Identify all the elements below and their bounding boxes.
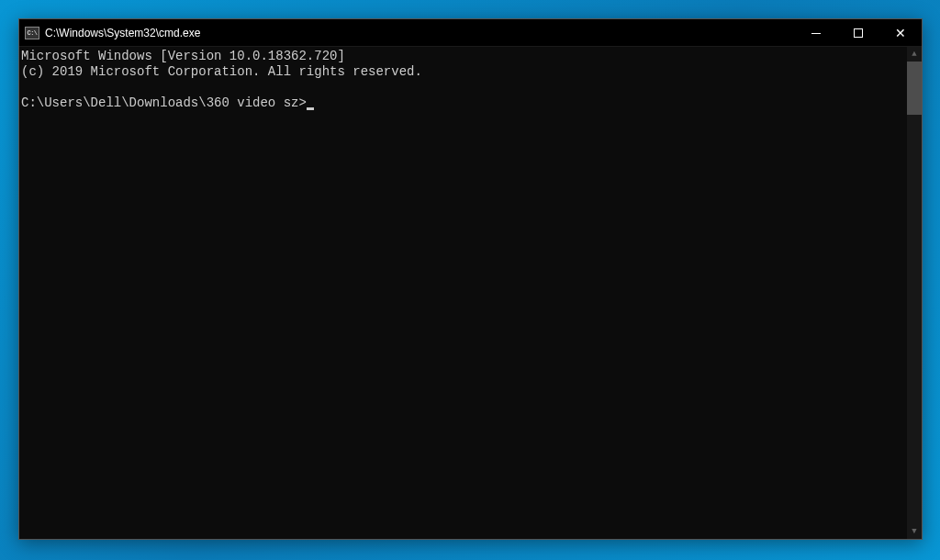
scroll-down-arrow[interactable]: ▼ (907, 524, 922, 539)
cursor (307, 107, 314, 110)
titlebar[interactable]: C:\ C:\Windows\System32\cmd.exe ✕ (19, 19, 922, 47)
terminal-line-2: (c) 2019 Microsoft Corporation. All righ… (21, 64, 422, 79)
close-button[interactable]: ✕ (879, 19, 922, 47)
titlebar-left: C:\ C:\Windows\System32\cmd.exe (19, 27, 200, 39)
terminal-prompt: C:\Users\Dell\Downloads\360 video sz> (21, 95, 307, 110)
maximize-icon (854, 28, 863, 38)
minimize-button[interactable] (795, 19, 837, 47)
minimize-icon (811, 33, 821, 34)
terminal-line-1: Microsoft Windows [Version 10.0.18362.72… (21, 49, 345, 63)
maximize-button[interactable] (837, 19, 879, 47)
titlebar-buttons: ✕ (795, 19, 922, 46)
scroll-thumb[interactable] (907, 62, 922, 115)
window-title: C:\Windows\System32\cmd.exe (45, 27, 200, 39)
cmd-window: C:\ C:\Windows\System32\cmd.exe ✕ Micros… (18, 18, 923, 540)
terminal-content[interactable]: Microsoft Windows [Version 10.0.18362.72… (19, 47, 907, 539)
terminal-body: Microsoft Windows [Version 10.0.18362.72… (19, 47, 922, 539)
scrollbar[interactable]: ▲ ▼ (907, 47, 922, 539)
cmd-icon: C:\ (25, 27, 39, 39)
close-icon: ✕ (895, 27, 906, 39)
scroll-track[interactable] (907, 62, 922, 524)
scroll-up-arrow[interactable]: ▲ (907, 47, 922, 62)
